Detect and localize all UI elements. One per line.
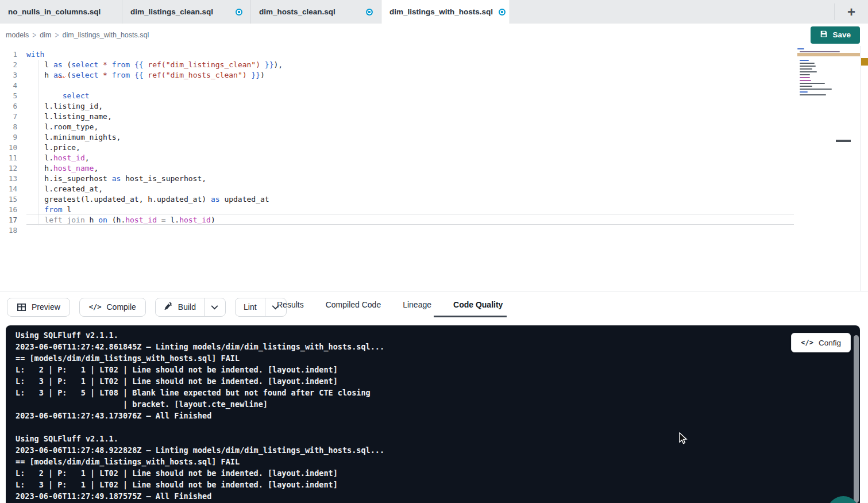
line-number: 15 xyxy=(0,194,26,205)
build-label: Build xyxy=(178,302,196,312)
preview-label: Preview xyxy=(32,302,60,312)
line-number: 16 xyxy=(0,205,26,215)
minimap-line xyxy=(797,48,804,49)
line-number: 4 xyxy=(0,80,26,91)
minimap-line xyxy=(800,63,815,64)
panel-tab-lineage[interactable]: Lineage xyxy=(402,300,433,309)
line-number: 17 xyxy=(0,215,26,225)
file-tab-dim_listings_with_hosts-sql[interactable]: dim_listings_with_hosts.sql xyxy=(381,0,510,24)
editor-minimap[interactable] xyxy=(797,48,840,112)
minimap-line xyxy=(800,68,812,70)
minimap-line xyxy=(800,51,840,52)
breadcrumb-separator-icon: > xyxy=(32,30,36,40)
compile-button[interactable]: </> Compile xyxy=(79,298,146,317)
minimap-line xyxy=(800,83,825,84)
minimap-line xyxy=(800,86,812,87)
preview-button[interactable]: Preview xyxy=(7,298,70,317)
file-tab-bar: no_nulls_in_columns.sqldim_listings_clea… xyxy=(0,0,868,24)
breadcrumb-separator-icon: > xyxy=(55,30,59,40)
unsaved-changes-dot-icon xyxy=(499,9,506,16)
file-tab-dim_listings_clean-sql[interactable]: dim_listings_clean.sql xyxy=(122,0,251,24)
lint-output-terminal: Using SQLFluff v2.1.1. 2023-06-06T11:27:… xyxy=(6,325,860,503)
file-tab-label: dim_hosts_clean.sql xyxy=(259,7,335,16)
line-number: 7 xyxy=(0,112,26,122)
result-panel-tabs: ResultsCompiled CodeLineageCode Quality xyxy=(276,291,504,318)
code-line: 10 l.price, xyxy=(0,143,868,153)
chevron-down-icon xyxy=(211,302,218,312)
lint-squiggle-underline xyxy=(57,76,65,78)
code-line: 7 l.listing_name, xyxy=(0,112,868,122)
line-number: 3 xyxy=(0,70,26,80)
breadcrumb-models[interactable]: models xyxy=(6,31,29,39)
minimap-line xyxy=(800,71,817,72)
code-editor[interactable]: 1with2 l as (select * from {{ ref("dim_l… xyxy=(0,46,868,291)
build-split-button: Build xyxy=(155,298,226,317)
panel-tab-results[interactable]: Results xyxy=(276,300,305,309)
code-line: 18 xyxy=(0,225,868,236)
lint-label: Lint xyxy=(244,302,257,312)
line-number: 6 xyxy=(0,101,26,112)
file-tab-no_nulls_in_columns-sql[interactable]: no_nulls_in_columns.sql xyxy=(0,0,122,24)
code-line: 3 h as (select * from {{ ref("dim_hosts_… xyxy=(0,70,868,80)
code-icon: </> xyxy=(801,339,813,347)
code-line: 4 xyxy=(0,80,868,91)
lint-button[interactable]: Lint xyxy=(236,298,265,316)
minimap-line xyxy=(800,80,811,81)
table-grid-icon xyxy=(17,303,26,312)
minimap-line xyxy=(800,77,810,78)
code-line: 17 left join h on (h.host_id = l.host_id… xyxy=(0,215,868,225)
file-tab-dim_hosts_clean-sql[interactable]: dim_hosts_clean.sql xyxy=(251,0,381,24)
line-number: 13 xyxy=(0,174,26,184)
minimap-line xyxy=(800,91,808,93)
line-number: 18 xyxy=(0,225,26,236)
minimap-line xyxy=(800,74,810,75)
save-label: Save xyxy=(832,30,851,39)
compile-label: Compile xyxy=(106,302,136,312)
config-button[interactable]: </> Config xyxy=(791,333,851,352)
build-button[interactable]: Build xyxy=(156,298,204,316)
code-line: 16 from l xyxy=(0,205,868,215)
line-number: 2 xyxy=(0,60,26,70)
config-label: Config xyxy=(819,339,841,347)
tabbar-spacer xyxy=(510,0,834,24)
code-line: 9 l.minimum_nights, xyxy=(0,132,868,143)
breadcrumb-dim[interactable]: dim xyxy=(40,31,51,39)
save-button[interactable]: Save xyxy=(811,26,860,44)
build-dropdown-chevron[interactable] xyxy=(204,298,225,316)
code-line: 1with xyxy=(0,49,868,60)
file-tab-label: dim_listings_clean.sql xyxy=(130,7,213,16)
minimap-line xyxy=(800,94,826,95)
terminal-output: Using SQLFluff v2.1.1. 2023-06-06T11:27:… xyxy=(16,329,384,502)
code-line: 12 h.host_name, xyxy=(0,163,868,174)
code-line: 2 l as (select * from {{ ref("dim_listin… xyxy=(0,60,868,70)
code-line: 15 greatest(l.updated_at, h.updated_at) … xyxy=(0,194,868,205)
active-tab-underline xyxy=(434,316,507,317)
terminal-scrollbar-thumb[interactable] xyxy=(854,335,859,503)
save-floppy-icon xyxy=(820,30,828,40)
code-line: 14 l.created_at, xyxy=(0,184,868,194)
minimap-line xyxy=(800,60,809,61)
minimap-view-indicator xyxy=(836,140,851,142)
hammer-icon xyxy=(164,302,173,312)
file-tab-label: no_nulls_in_columns.sql xyxy=(8,7,101,16)
line-number: 12 xyxy=(0,163,26,174)
code-line: 13 h.is_superhost as host_is_superhost, xyxy=(0,174,868,184)
panel-tab-code-quality[interactable]: Code Quality xyxy=(452,300,504,309)
overview-warning-marker[interactable] xyxy=(861,58,868,66)
unsaved-changes-dot-icon xyxy=(236,9,242,16)
overview-gutter-divider xyxy=(860,46,861,291)
line-number: 10 xyxy=(0,143,26,153)
line-number: 5 xyxy=(0,91,26,101)
line-number: 8 xyxy=(0,122,26,132)
dbt-ide-window: no_nulls_in_columns.sqldim_listings_clea… xyxy=(0,0,868,503)
line-number: 11 xyxy=(0,153,26,163)
code-line: 11 l.host_id, xyxy=(0,153,868,163)
code-icon: </> xyxy=(89,303,102,311)
file-tab-label: dim_listings_with_hosts.sql xyxy=(389,7,493,16)
code-line: 5 select xyxy=(0,91,868,101)
panel-tab-compiled-code[interactable]: Compiled Code xyxy=(325,300,383,309)
indent-guide xyxy=(38,60,38,225)
new-tab-button[interactable]: + xyxy=(835,0,868,24)
code-line: 6 l.listing_id, xyxy=(0,101,868,112)
breadcrumb-file[interactable]: dim_listings_with_hosts.sql xyxy=(62,31,149,39)
